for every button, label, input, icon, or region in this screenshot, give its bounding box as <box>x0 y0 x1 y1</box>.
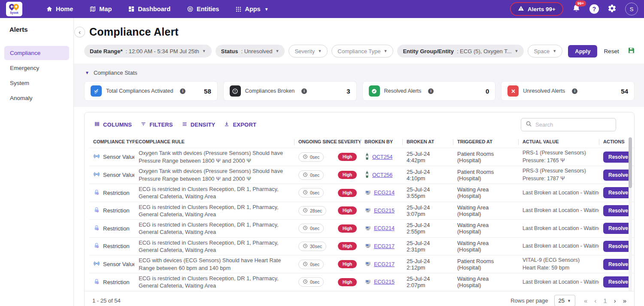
save-filter-button[interactable] <box>626 45 638 57</box>
header-severity[interactable]: SEVERITY <box>334 136 360 148</box>
severity-badge: High <box>338 224 357 233</box>
header-compliance-rule[interactable]: COMPLIANCE RULE <box>134 136 294 148</box>
notifications-bell-button[interactable]: 99+ <box>572 4 581 15</box>
info-icon[interactable]: i <box>301 88 307 94</box>
device-link[interactable]: OCT254 <box>372 154 392 160</box>
compliance-rule-cell: ECG is restricted in Clusters Reception,… <box>134 220 294 237</box>
ongoing-since-cell: 0sec <box>294 151 334 163</box>
density-button[interactable]: DENSITY <box>177 118 220 131</box>
resolve-button[interactable]: Resolve <box>603 223 630 234</box>
device-link[interactable]: ECG215 <box>374 279 395 285</box>
severity-badge: High <box>338 278 357 286</box>
syook-logo[interactable]: Syook <box>6 2 22 16</box>
compliances-activated-icon <box>91 85 102 97</box>
ecg-device-icon <box>365 225 371 232</box>
filters-button[interactable]: FILTERS <box>136 118 177 131</box>
severity-cell: High <box>334 277 360 288</box>
first-page-button[interactable]: « <box>584 297 587 304</box>
settings-button[interactable] <box>608 4 617 15</box>
table-search[interactable] <box>521 118 616 131</box>
back-button[interactable]: ‹ <box>74 27 85 37</box>
severity-filter[interactable]: Severity ▼ <box>289 45 328 58</box>
broken-by-cell: ECG215 <box>360 277 402 287</box>
device-link[interactable]: ECG217 <box>374 243 395 249</box>
info-icon[interactable]: i <box>428 88 434 94</box>
alerts-button[interactable]: Alerts 99+ <box>510 2 563 16</box>
resolve-button[interactable]: Resolve <box>603 151 630 163</box>
resolve-button[interactable]: Resolve <box>603 276 630 288</box>
table-row: Sensor ValueOxygen Tank with devices (Pr… <box>89 166 634 184</box>
resolve-button[interactable]: Resolve <box>603 259 630 270</box>
resolve-button[interactable]: Resolve <box>603 170 630 181</box>
nav-item-dashboard[interactable]: Dashboard <box>121 0 178 18</box>
date-range-filter[interactable]: Date Range* : 12:00 AM - 5:34 PM Jul 25t… <box>84 45 212 58</box>
sidebar-item-anomaly[interactable]: Anomaly <box>4 91 69 105</box>
ongoing-since-chip: 0sec <box>298 224 324 233</box>
stat-value: 3 <box>346 88 350 95</box>
reset-button[interactable]: Reset <box>601 48 621 55</box>
compliance-type-cell: Sensor Value <box>89 151 134 162</box>
resolve-button[interactable]: Resolve <box>603 241 630 252</box>
oxygen-tank-icon <box>365 153 370 161</box>
ongoing-since-chip: 0sec <box>298 188 324 197</box>
prev-page-button[interactable]: ‹ <box>594 297 596 304</box>
resolve-button[interactable]: Resolve <box>603 187 630 198</box>
sidebar-item-emergency[interactable]: Emergency <box>4 61 69 75</box>
compliance-stats-section: ▼ Compliance Stats Total Compliances Act… <box>74 64 644 107</box>
export-button[interactable]: EXPORT <box>219 118 261 131</box>
device-link[interactable]: OCT256 <box>372 172 392 178</box>
header-actual-value[interactable]: ACTUAL VALUE <box>518 136 599 148</box>
compliance-stats-toggle[interactable]: ▼ Compliance Stats <box>84 68 635 81</box>
sidebar-item-system[interactable]: System <box>4 76 69 90</box>
apply-button[interactable]: Apply <box>568 45 597 58</box>
info-icon[interactable]: i <box>572 88 577 94</box>
nav-item-entities[interactable]: Entities <box>179 0 226 18</box>
severity-cell: High <box>334 205 360 216</box>
resolve-button[interactable]: Resolve <box>603 205 630 216</box>
scrollbar-thumb[interactable] <box>629 137 632 188</box>
header-triggered-at[interactable]: TRIGGERED AT <box>453 136 518 148</box>
compliance-rule-cell: Oxygen Tank with devices (Pressure Senso… <box>134 166 294 184</box>
broken-at-cell: 25-Jul-24 3:55pm <box>402 185 453 200</box>
nav-item-home[interactable]: Home <box>39 0 80 18</box>
header-broken-at[interactable]: BROKEN AT <box>402 136 453 148</box>
broken-by-cell: ECG214 <box>360 188 402 198</box>
map-icon <box>89 6 96 12</box>
next-page-button[interactable]: › <box>614 297 616 304</box>
header-broken-by[interactable]: BROKEN BY <box>360 136 402 148</box>
warning-triangle-icon <box>518 5 524 13</box>
search-icon <box>526 121 532 129</box>
ongoing-since-cell: 0sec <box>294 276 334 288</box>
space-filter[interactable]: Space ▼ <box>528 45 562 58</box>
entity-group-filter[interactable]: Entity Group/Entity : ECG (5), Oxygen T.… <box>397 45 524 58</box>
sidebar-item-compliance[interactable]: Compliance <box>4 46 69 60</box>
columns-button[interactable]: COLUMNS <box>90 118 136 131</box>
info-icon[interactable]: i <box>180 88 185 94</box>
last-page-button[interactable]: » <box>623 297 626 304</box>
search-input[interactable] <box>535 121 604 128</box>
rows-per-page-select[interactable]: 25 ▼ <box>554 295 575 306</box>
device-link[interactable]: ECG214 <box>374 225 395 231</box>
table-row: Sensor ValueECG with devices (ECG Sensor… <box>89 255 634 273</box>
compliance-type-cell: Restriction <box>89 277 134 288</box>
chevron-down-icon: ▼ <box>318 49 322 53</box>
device-link[interactable]: ECG215 <box>374 208 395 214</box>
actual-value-cell: Last Broken at Location - Waiting <box>518 224 599 234</box>
nav-item-map[interactable]: Map <box>82 0 119 18</box>
device-link[interactable]: ECG217 <box>374 261 395 267</box>
current-page: 1 <box>603 297 607 304</box>
nav-item-apps[interactable]: Apps ▼ <box>228 0 276 18</box>
header-compliance-type[interactable]: COMPLIANCE TYPE <box>89 136 134 148</box>
device-link[interactable]: ECG214 <box>374 190 395 196</box>
user-avatar[interactable]: S <box>625 3 638 15</box>
compliance-type-filter[interactable]: Compliance Type ▼ <box>331 45 393 58</box>
header-ongoing-since[interactable]: ONGOING SINCE <box>294 136 334 148</box>
table-row: RestrictionECG is restricted in Clusters… <box>89 202 634 220</box>
status-filter[interactable]: Status : Unresolved ▼ <box>216 45 285 58</box>
header-actions[interactable]: ACTIONS <box>599 136 630 148</box>
clock-icon <box>303 154 308 160</box>
page-title: Compliance Alert <box>89 26 179 38</box>
help-button[interactable]: ? <box>589 4 599 14</box>
actions-cell: Resolve <box>599 168 630 182</box>
compliance-type-cell: Sensor Value <box>89 259 134 270</box>
